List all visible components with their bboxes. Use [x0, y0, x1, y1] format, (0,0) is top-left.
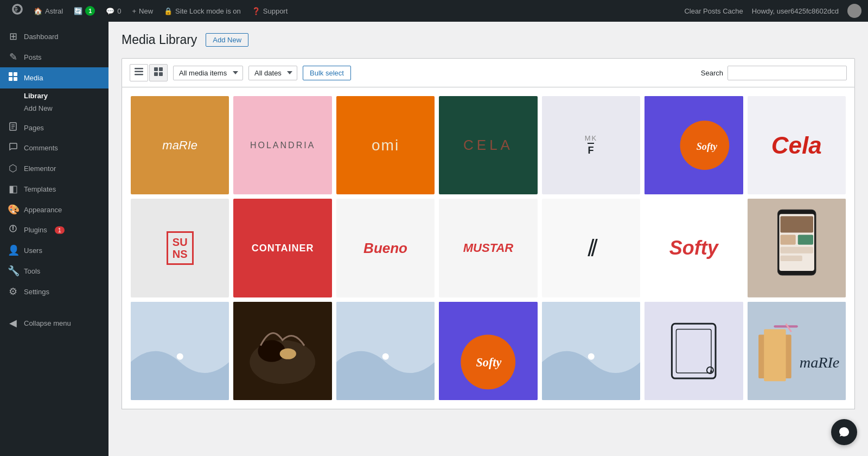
- media-item-cela-dark[interactable]: CELA: [439, 96, 537, 194]
- holandria-logo: HOLANDRIA: [250, 141, 315, 150]
- media-item-wave3[interactable]: [542, 302, 640, 400]
- phone-svg: [748, 199, 846, 297]
- updates-link[interactable]: 🔄 1: [68, 0, 100, 22]
- pages-icon: [8, 122, 18, 134]
- media-item-mkf[interactable]: MK F: [542, 96, 640, 194]
- chat-fab-button[interactable]: [831, 419, 857, 445]
- sidebar-item-tools[interactable]: 🔧 Tools: [0, 261, 108, 281]
- home-icon: 🏠: [34, 7, 42, 15]
- sidebar-item-plugins[interactable]: Plugins 1: [0, 220, 108, 240]
- sidebar-item-collapse[interactable]: ◀ Collapse menu: [0, 313, 108, 333]
- svg-rect-1: [9, 72, 12, 76]
- site-lock-link[interactable]: 🔒 Site Lock mode is on: [158, 0, 246, 22]
- sidebar-label-pages: Pages: [24, 124, 44, 132]
- add-new-button[interactable]: Add New: [206, 33, 248, 47]
- list-view-button[interactable]: [130, 64, 148, 81]
- sidebar-label-users: Users: [24, 246, 42, 255]
- media-item-phone2[interactable]: [644, 302, 743, 400]
- grid-view-button[interactable]: [149, 64, 168, 81]
- media-item-bueno[interactable]: Bueno: [336, 199, 435, 297]
- sidebar-item-appearance[interactable]: 🎨 Appearance: [0, 199, 108, 220]
- media-toolbar: All media items All dates Bulk select Se…: [122, 58, 855, 87]
- lock-icon: 🔒: [164, 7, 173, 15]
- page-header: Media Library Add New: [122, 33, 855, 47]
- templates-icon: ◧: [8, 183, 18, 195]
- search-input[interactable]: [727, 66, 847, 80]
- omi-logo: omi: [372, 137, 399, 154]
- posts-icon: ✎: [8, 51, 18, 63]
- media-item-suns[interactable]: SU NS: [131, 199, 229, 297]
- support-icon: ❓: [252, 7, 260, 15]
- media-icon: [8, 72, 18, 84]
- svg-rect-14: [135, 74, 143, 75]
- media-item-omi[interactable]: omi: [336, 96, 435, 194]
- plus-icon: +: [132, 7, 136, 15]
- date-filter[interactable]: All dates: [248, 66, 297, 80]
- admin-bar: 🏠 Astral 🔄 1 💬 0 + New 🔒 Site Lock mode …: [0, 0, 868, 22]
- sidebar-item-settings[interactable]: ⚙ Settings: [0, 281, 108, 302]
- svg-rect-12: [135, 68, 143, 69]
- media-item-softy-bottle2[interactable]: Softy: [439, 302, 537, 400]
- media-submenu: Library Add New: [0, 88, 108, 118]
- media-item-marie[interactable]: maRIe: [131, 96, 229, 194]
- marie2-svg: maRIe: [748, 302, 846, 400]
- media-type-filter[interactable]: All media items: [173, 66, 243, 80]
- sidebar-item-posts[interactable]: ✎ Posts: [0, 47, 108, 67]
- admin-bar-right: Clear Posts Cache Howdy, user6425fc8602d…: [684, 4, 861, 18]
- bueno-logo: Bueno: [363, 240, 407, 257]
- sidebar-item-elementor[interactable]: ⬡ Elementor: [0, 158, 108, 179]
- plugins-badge: 1: [55, 226, 65, 234]
- sidebar-label-appearance: Appearance: [24, 206, 62, 214]
- sidebar-item-dashboard[interactable]: ⊞ Dashboard: [0, 26, 108, 47]
- updates-badge: 1: [85, 6, 95, 16]
- media-item-food[interactable]: [233, 302, 331, 400]
- chat-fab-icon: [838, 426, 850, 438]
- media-item-wave2[interactable]: [336, 302, 435, 400]
- sidebar-item-media[interactable]: Media: [0, 67, 108, 88]
- phone2-svg: [644, 302, 743, 400]
- media-item-phone-screenshot[interactable]: [748, 199, 846, 297]
- media-item-cela-red[interactable]: Cela: [748, 96, 846, 194]
- search-area: Search: [701, 66, 847, 80]
- support-link[interactable]: ❓ Support: [246, 0, 293, 22]
- comments-icon: 💬: [106, 7, 114, 15]
- suns-logo: SU NS: [167, 231, 194, 265]
- svg-rect-17: [154, 72, 158, 76]
- wave3-svg: [542, 302, 640, 400]
- sidebar-sub-add-new[interactable]: Add New: [24, 102, 108, 115]
- svg-rect-2: [14, 72, 17, 76]
- site-lock-text: Site Lock mode is on: [175, 7, 241, 15]
- svg-text:Softy: Softy: [697, 141, 718, 152]
- media-item-softy-text[interactable]: Softy: [644, 199, 743, 297]
- media-item-slash[interactable]: //: [542, 199, 640, 297]
- sidebar-sub-library[interactable]: Library: [24, 90, 108, 102]
- mkf-logo: MK F: [585, 134, 598, 156]
- media-item-holandria[interactable]: HOLANDRIA: [233, 96, 331, 194]
- site-name-link[interactable]: 🏠 Astral: [28, 0, 68, 22]
- howdy-text[interactable]: Howdy, user6425fc8602dcd: [752, 7, 839, 15]
- media-item-softy-purple[interactable]: Softy: [644, 96, 743, 194]
- main-content: Media Library Add New All media items Al…: [108, 22, 868, 456]
- sidebar-item-comments[interactable]: Comments: [0, 138, 108, 158]
- media-item-wave1[interactable]: [131, 302, 229, 400]
- bulk-select-button[interactable]: Bulk select: [303, 66, 351, 80]
- sidebar-item-templates[interactable]: ◧ Templates: [0, 179, 108, 199]
- media-item-container[interactable]: CONTAINER: [233, 199, 331, 297]
- svg-point-31: [177, 353, 183, 360]
- cela-red-logo: Cela: [771, 132, 822, 159]
- sidebar-label-plugins: Plugins: [24, 226, 47, 234]
- comments-count: 0: [117, 7, 121, 15]
- media-item-mustar[interactable]: MUSTAR: [439, 199, 537, 297]
- svg-point-42: [588, 353, 594, 360]
- media-item-marie2[interactable]: maRIe: [748, 302, 846, 400]
- new-content-link[interactable]: + New: [126, 0, 158, 22]
- svg-rect-43: [644, 302, 743, 400]
- support-label: Support: [263, 7, 288, 15]
- svg-rect-25: [780, 217, 813, 233]
- sidebar-item-pages[interactable]: Pages: [0, 118, 108, 138]
- avatar[interactable]: [847, 4, 861, 18]
- clear-cache-link[interactable]: Clear Posts Cache: [684, 7, 743, 15]
- sidebar-item-users[interactable]: 👤 Users: [0, 240, 108, 261]
- wp-logo-link[interactable]: [7, 0, 28, 22]
- comments-link[interactable]: 💬 0: [100, 0, 126, 22]
